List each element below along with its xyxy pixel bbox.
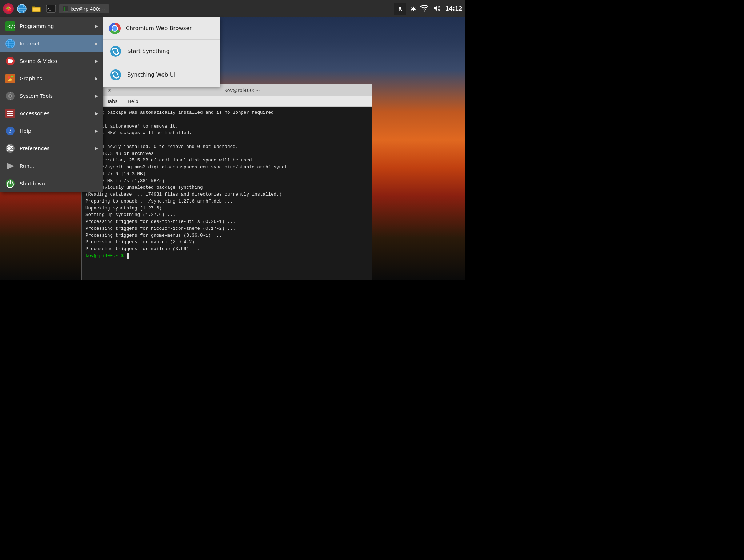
accessories-label: Accessories — [20, 111, 91, 116]
terminal-cursor — [127, 253, 129, 259]
terminal-line-18: Processing triggers for hicolor-icon-the… — [85, 225, 368, 232]
terminal-line-11: ed 10.3 MB in 7s (1,381 kB/s) — [85, 178, 368, 185]
system-tools-arrow: ▶ — [95, 93, 98, 99]
svg-point-46 — [110, 46, 121, 57]
programming-label: Programming — [20, 23, 91, 29]
terminal-line-21: Processing triggers for mailcap (3.69) .… — [85, 246, 368, 253]
svg-text:</>: </> — [7, 23, 15, 30]
graphics-icon — [5, 73, 15, 84]
wifi-icon[interactable] — [420, 5, 428, 13]
svg-point-41 — [8, 146, 10, 148]
svg-rect-28 — [10, 99, 11, 100]
shutdown-icon — [5, 179, 15, 189]
preferences-label: Preferences — [20, 145, 91, 151]
menu-item-internet[interactable]: Internet ▶ — [0, 35, 103, 52]
menu-item-run[interactable]: Run... — [0, 157, 103, 175]
internet-icon — [5, 39, 15, 49]
r-icon[interactable]: R — [394, 3, 406, 15]
sound-video-label: Sound & Video — [20, 58, 91, 64]
programming-arrow: ▶ — [95, 24, 98, 29]
syncthing-webui-icon — [109, 68, 122, 81]
terminal-line-20: Processing triggers for man-db (2.9.4-2)… — [85, 239, 368, 246]
terminal-line-16: Setting up syncthing (1.27.6) ... — [85, 212, 368, 219]
menu-item-graphics[interactable]: Graphics ▶ — [0, 70, 103, 87]
system-tools-label: System Tools — [20, 93, 91, 99]
svg-point-10 — [424, 10, 425, 11]
menu-item-accessories[interactable]: Accessories ▶ — [0, 105, 103, 122]
sound-video-arrow: ▶ — [95, 59, 98, 64]
terminal-taskbar-button[interactable]: $ kev@rpi400: ~ — [59, 4, 109, 13]
terminal-prompt-line: kev@rpi400:~ $ — [85, 253, 368, 260]
terminal-line-1: llowing package was automatically instal… — [85, 109, 368, 116]
svg-text:?: ? — [9, 128, 12, 134]
svg-text:$: $ — [63, 7, 65, 11]
internet-submenu: Chromium Web Browser Start Syncthing — [103, 17, 220, 87]
terminal-line-17: Processing triggers for desktop-file-uti… — [85, 219, 368, 225]
terminal-taskbar-label: kev@rpi400: ~ — [71, 6, 106, 12]
help-label: Help — [20, 128, 91, 134]
menu-item-sound-video[interactable]: Sound & Video ▶ — [0, 52, 103, 70]
folder-icon[interactable] — [30, 2, 43, 15]
menu-item-help[interactable]: ? Help ▶ — [0, 122, 103, 140]
terminal-close-button[interactable]: ✕ — [106, 87, 113, 94]
syncthing-start-icon — [109, 45, 122, 58]
terminal-line-19: Processing triggers for gnome-menus (3.3… — [85, 232, 368, 239]
svg-rect-30 — [13, 96, 15, 96]
svg-rect-29 — [6, 96, 7, 96]
menu-item-preferences[interactable]: Preferences ▶ — [0, 140, 103, 157]
raspi-icon[interactable]: 🍓 — [3, 3, 14, 14]
svg-point-26 — [9, 95, 11, 97]
syncthing-webui-label: Syncthing Web UI — [127, 72, 175, 78]
terminal-line-6: aded, 1 newly installed, 0 to remove and… — [85, 144, 368, 151]
terminal-line-15: Unpacking syncthing (1.27.6) ... — [85, 205, 368, 212]
terminal-menubar: Edit Tabs Help — [82, 96, 372, 107]
terminal-line-5: cthing — [85, 137, 368, 144]
preferences-icon — [5, 143, 15, 153]
accessories-icon — [5, 108, 15, 119]
svg-rect-27 — [10, 92, 11, 93]
terminal-prompt: kev@rpi400:~ $ — [85, 253, 127, 259]
start-syncthing-label: Start Syncthing — [127, 48, 169, 55]
terminal-line-10: armhf 1.27.6 [10.3 MB] — [85, 171, 368, 178]
graphics-arrow: ▶ — [95, 76, 98, 81]
system-tools-icon — [5, 91, 15, 101]
terminal-window: _ ∧ ✕ kev@rpi400: ~ Edit Tabs Help llowi… — [81, 84, 372, 280]
menu-item-programming[interactable]: </> Programming ▶ — [0, 17, 103, 35]
terminal-menu-tabs[interactable]: Tabs — [105, 98, 120, 105]
preferences-arrow: ▶ — [95, 146, 98, 151]
terminal-line-13: (Reading database ... 174931 files and d… — [85, 191, 368, 198]
clock: 14:12 — [445, 5, 463, 12]
chromium-label: Chromium Web Browser — [126, 25, 192, 32]
internet-arrow: ▶ — [95, 41, 98, 46]
programming-icon: </> — [5, 21, 15, 31]
terminal-title: kev@rpi400: ~ — [116, 88, 368, 93]
bluetooth-icon[interactable]: ✱ — [411, 5, 416, 13]
terminal-menu-help[interactable]: Help — [125, 98, 141, 105]
terminal-content[interactable]: llowing package was automatically instal… — [82, 107, 372, 280]
terminal-line-2: binfo — [85, 116, 368, 123]
svg-point-43 — [8, 149, 10, 151]
menu-item-shutdown[interactable]: Shutdown... — [0, 175, 103, 192]
sound-video-icon — [5, 56, 15, 66]
submenu-item-start-syncthing[interactable]: Start Syncthing — [103, 40, 220, 63]
terminal-dark-icon[interactable]: >_ — [44, 2, 57, 15]
submenu-item-syncthing-webui[interactable]: Syncthing Web UI — [103, 63, 220, 87]
svg-text:>_: >_ — [47, 7, 51, 11]
graphics-label: Graphics — [20, 76, 91, 81]
chromium-icon — [109, 23, 121, 34]
taskbar: 🍓 >_ $ kev@rpi400: ~ R ✱ — [0, 0, 465, 17]
app-menu: </> Programming ▶ Internet ▶ — [0, 17, 103, 192]
globe-icon[interactable] — [15, 2, 28, 15]
svg-point-42 — [11, 148, 12, 149]
accessories-arrow: ▶ — [95, 111, 98, 116]
terminal-line-12: ing previously unselected package syncth… — [85, 184, 368, 191]
menu-item-system-tools[interactable]: System Tools ▶ — [0, 87, 103, 105]
volume-icon[interactable] — [433, 5, 441, 13]
internet-label: Internet — [20, 41, 91, 47]
svg-rect-5 — [32, 7, 40, 12]
terminal-line-7: o get 10.3 MB of archives. — [85, 151, 368, 157]
terminal-line-14: Preparing to unpack .../syncthing_1.27.6… — [85, 198, 368, 205]
svg-point-22 — [8, 76, 10, 79]
submenu-item-chromium[interactable]: Chromium Web Browser — [103, 17, 220, 40]
terminal-line-4: llowing NEW packages will be installed: — [85, 130, 368, 137]
